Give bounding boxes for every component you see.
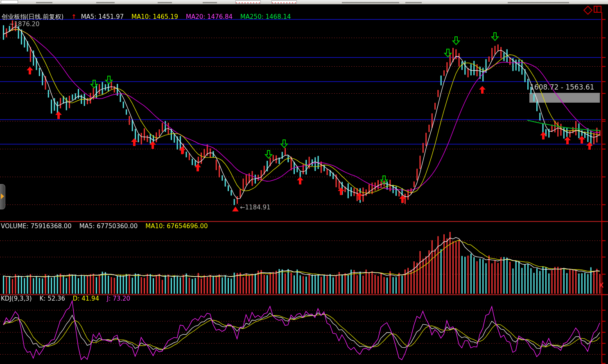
toolbar-menu-item[interactable]: [203, 2, 217, 3]
ma250-value: MA250: 1468.14: [240, 13, 291, 20]
toolbar-menu-item[interactable]: [158, 2, 172, 3]
toolbar-menu-item[interactable]: [36, 2, 52, 3]
main-chart-header: 创业板指(日线.前复权) ↑ MA5: 1451.97 MA10: 1465.1…: [2, 13, 297, 21]
symbol-title: 创业板指(日线.前复权): [2, 13, 63, 20]
kdj-header: KDJ(9,3,3) K: 52.36 D: 41.94 J: 73.20: [1, 295, 136, 302]
gap-range-label: 1608.72 - 1563.61: [530, 83, 594, 91]
ma20-value: MA20: 1476.84: [186, 13, 233, 20]
toolbar-input-box[interactable]: [1, 0, 18, 4]
toolbar-menu-item[interactable]: [405, 2, 422, 3]
volume-header: VOLUME: 75916368.00 MA5: 67750360.00 MA1…: [1, 222, 214, 230]
top-toolbar: [0, 0, 608, 4]
toolbar-change-box: [271, 0, 297, 4]
period-high-label: ~1876.20: [9, 20, 40, 28]
close-indicator-button[interactable]: X: [599, 282, 604, 289]
period-low-label: ←1184.91: [240, 204, 271, 211]
expand-arrow-icon: [1, 193, 4, 199]
trend-up-arrow-icon: ↑: [71, 13, 77, 20]
toolbar-menu-item[interactable]: [96, 2, 115, 3]
kdj-j-value: J: 73.20: [107, 295, 130, 302]
kdj-k-value: K: 52.36: [39, 295, 65, 302]
price-chart-canvas[interactable]: [0, 0, 608, 364]
ma5-value: MA5: 1451.97: [81, 13, 124, 20]
side-panel-handle[interactable]: [0, 184, 5, 209]
kdj-name: KDJ(9,3,3): [1, 295, 32, 302]
toolbar-menu-item[interactable]: [508, 2, 569, 3]
split-window-icon[interactable]: [594, 6, 601, 13]
volume-ma5-value: MA5: 67750360.00: [79, 222, 138, 230]
volume-value: VOLUME: 75916368.00: [1, 222, 72, 230]
ma10-value: MA10: 1465.19: [131, 13, 178, 20]
kdj-d-value: D: 41.94: [73, 295, 99, 302]
toolbar-menu-item[interactable]: [342, 2, 399, 3]
volume-ma10-value: MA10: 67654696.00: [145, 222, 208, 230]
toolbar-price-box: [235, 0, 261, 4]
